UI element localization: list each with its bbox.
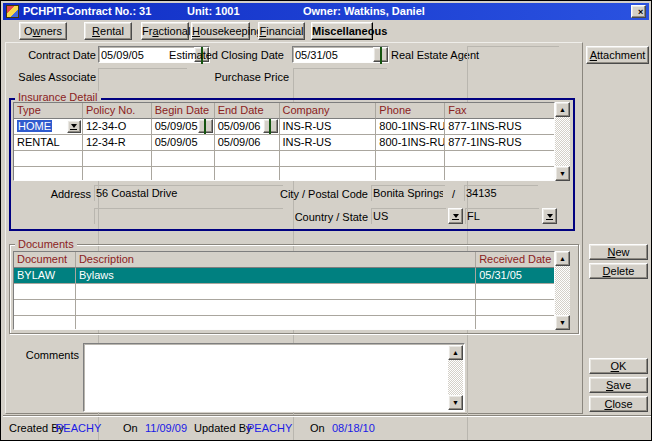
begin-date-cell[interactable]: 05/09/05 — [152, 135, 215, 151]
title-bar[interactable]: PCHPIT-Contract No.: 31 Unit: 1001 Owner… — [3, 3, 649, 20]
col-header-document: Document — [14, 252, 76, 268]
address-label: Address — [21, 188, 91, 200]
received-date-cell[interactable]: 05/31/05 — [476, 268, 554, 284]
scrollbar-track[interactable] — [555, 117, 570, 166]
documents-header-row: Document Description Received Date — [14, 252, 554, 268]
created-on-value: 11/09/09 — [145, 422, 187, 434]
description-cell[interactable]: Bylaws — [76, 268, 476, 284]
scroll-down-icon[interactable]: ▼ — [448, 395, 463, 410]
calendar-grid-glyph — [204, 119, 206, 135]
company-cell[interactable]: INS-R-US — [280, 135, 377, 151]
fax-cell[interactable]: 877-1INS-RUS — [445, 119, 554, 135]
documents-table-scrollbar[interactable]: ▲ ▼ — [555, 251, 570, 330]
insurance-row-rental[interactable]: RENTAL 12-34-R 05/09/05 05/09/06 INS-R-U… — [14, 135, 554, 151]
type-combobox-cell[interactable]: HOME — [14, 119, 83, 135]
scrollbar-track[interactable] — [555, 266, 570, 315]
begin-date-cell[interactable]: 05/09/05 — [152, 119, 215, 135]
state-dropdown-icon[interactable] — [542, 208, 557, 224]
tab-housekeeping[interactable]: Housekeeping — [191, 22, 250, 40]
city-input[interactable] — [371, 185, 445, 201]
country-state-label: Country / State — [248, 211, 368, 223]
col-header-begin-date: Begin Date — [152, 103, 215, 119]
updated-on-value: 08/18/10 — [332, 422, 375, 434]
calendar-icon[interactable] — [198, 119, 213, 133]
phone-cell[interactable]: 800-1INS-RUS — [376, 119, 445, 135]
estimated-closing-date-input[interactable] — [293, 47, 373, 62]
document-cell[interactable]: BYLAW — [14, 268, 76, 284]
tab-fractional[interactable]: Fractional — [141, 22, 189, 40]
type-value-selected: HOME — [17, 120, 52, 132]
comments-scrollbar[interactable]: ▲ ▼ — [448, 345, 463, 410]
postal-code-input[interactable] — [464, 185, 538, 201]
scroll-up-icon[interactable]: ▲ — [448, 345, 463, 360]
tab-financial[interactable]: Financial — [258, 22, 305, 40]
estimated-closing-field-wrap — [292, 46, 389, 63]
tab-miscellaneous[interactable]: Miscellaneous — [311, 22, 373, 40]
type-cell[interactable]: RENTAL — [14, 135, 83, 151]
phone-cell[interactable]: 800-1INS-RUS — [376, 135, 445, 151]
documents-row-selected[interactable]: BYLAW Bylaws 05/31/05 — [14, 268, 554, 284]
insurance-row-empty[interactable] — [14, 151, 554, 167]
calendar-icon[interactable] — [373, 47, 388, 62]
app-icon — [6, 5, 19, 18]
documents-row-empty[interactable] — [14, 316, 554, 330]
attachment-button[interactable]: Attachment — [586, 46, 649, 64]
comments-textarea[interactable] — [83, 343, 465, 412]
created-by-value: PEACHY — [56, 422, 101, 434]
new-button[interactable]: New — [589, 244, 648, 260]
documents-table: Document Description Received Date BYLAW… — [13, 251, 555, 330]
documents-group-label: Documents — [15, 238, 77, 250]
col-header-company: Company — [280, 103, 377, 119]
scroll-up-icon[interactable]: ▲ — [555, 102, 570, 117]
scroll-down-icon[interactable]: ▼ — [555, 315, 570, 330]
created-on-label: On — [123, 422, 138, 434]
updated-by-label: Updated By — [194, 422, 251, 434]
policy-no-cell[interactable]: 12-34-R — [83, 135, 152, 151]
delete-button[interactable]: Delete — [589, 263, 648, 279]
policy-no-cell[interactable]: 12-34-O — [83, 119, 152, 135]
documents-row-empty[interactable] — [14, 284, 554, 300]
calendar-icon[interactable] — [263, 119, 278, 133]
close-icon[interactable]: × — [631, 5, 646, 18]
scrollbar-track[interactable] — [448, 360, 463, 395]
bar-glyph — [452, 219, 459, 220]
documents-row-empty[interactable] — [14, 300, 554, 316]
fax-cell[interactable]: 877-1INS-RUS — [445, 135, 554, 151]
scroll-down-icon[interactable]: ▼ — [555, 166, 570, 181]
status-divider — [3, 415, 651, 417]
estimated-closing-date-label: Estimated Closing Date — [159, 49, 284, 61]
col-header-policy-no: Policy No. — [83, 103, 152, 119]
insurance-row-empty[interactable] — [14, 167, 554, 181]
comments-label: Comments — [19, 349, 79, 361]
tab-rental[interactable]: Rental — [84, 22, 132, 40]
contract-window: PCHPIT-Contract No.: 31 Unit: 1001 Owner… — [0, 0, 652, 441]
close-button[interactable]: Close — [589, 396, 648, 412]
company-cell[interactable]: INS-R-US — [280, 119, 377, 135]
insurance-table-scrollbar[interactable]: ▲ ▼ — [555, 102, 570, 181]
scroll-up-icon[interactable]: ▲ — [555, 251, 570, 266]
city-postal-separator: / — [452, 188, 455, 200]
dropdown-icon[interactable] — [67, 120, 81, 133]
end-date-cell[interactable]: 05/09/06 — [215, 119, 280, 135]
ok-button[interactable]: OK — [589, 358, 648, 374]
calendar-grid-glyph — [269, 119, 271, 135]
down-triangle-glyph — [547, 214, 553, 218]
contract-date-label: Contract Date — [9, 49, 96, 61]
real-estate-agent-label: Real Estate Agent — [391, 49, 464, 61]
updated-by-value: PEACHY — [247, 422, 292, 434]
state-select[interactable] — [465, 208, 539, 224]
window-title-unit: Unit: 1001 — [187, 5, 240, 17]
insurance-row-home[interactable]: HOME 12-34-O 05/09/05 05/09/06 INS-R-US … — [14, 119, 554, 135]
window-title: PCHPIT-Contract No.: 31 — [23, 5, 151, 17]
col-header-description: Description — [76, 252, 476, 268]
col-header-received-date: Received Date — [476, 252, 554, 268]
down-triangle-glyph — [453, 214, 459, 218]
updated-on-label: On — [310, 422, 325, 434]
end-date-cell[interactable]: 05/09/06 — [215, 135, 280, 151]
tab-owners[interactable]: Owners — [19, 22, 67, 40]
sales-associate-label: Sales Associate — [9, 71, 96, 83]
country-select[interactable] — [371, 208, 446, 224]
window-title-owner: Owner: Watkins, Daniel — [303, 5, 425, 17]
country-dropdown-icon[interactable] — [448, 208, 463, 224]
save-button[interactable]: Save — [589, 377, 648, 393]
